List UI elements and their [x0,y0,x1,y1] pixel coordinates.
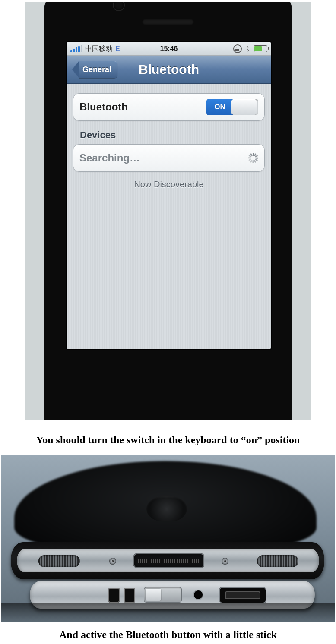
settings-content: Bluetooth ON Devices Searching… [67,84,271,350]
dock-connector [133,553,204,568]
screw-icon [109,558,116,565]
back-button-label: General [79,61,117,78]
photo-keyboard-switch [1,455,335,622]
switch-knob [231,99,257,115]
keyboard-vent [124,588,135,603]
iphone-screen: 中国移动 E 15:46 ᛒ General Bluetooth [66,41,272,350]
spinner-icon [248,153,258,163]
battery-icon [254,45,267,52]
discoverable-label: Now Discoverable [73,180,265,189]
iphone-body: 中国移动 E 15:46 ᛒ General Bluetooth [44,2,292,420]
speaker-grill-left [38,555,80,567]
navigation-bar: General Bluetooth [67,56,271,84]
bluetooth-switch[interactable]: ON [206,99,258,115]
status-bar: 中国移动 E 15:46 ᛒ [67,42,271,56]
home-button-blur [146,496,187,521]
front-camera [114,2,124,10]
searching-label: Searching… [79,152,140,164]
switch-on-label: ON [206,99,233,115]
back-arrow-icon [72,61,79,78]
keyboard-usb-port [219,587,266,603]
devices-group: Searching… [73,144,265,172]
keyboard-vent [108,588,120,603]
bluetooth-toggle-row: Bluetooth ON [73,94,264,120]
orientation-lock-icon [233,44,242,53]
speaker-grill-right [257,555,298,567]
back-button[interactable]: General [72,61,117,78]
photo-iphone-bluetooth-settings: 中国移动 E 15:46 ᛒ General Bluetooth [25,2,311,420]
caption-switch-on: You should turn the switch in the keyboa… [0,433,336,447]
earpiece-speaker [142,19,194,25]
devices-section-header: Devices [80,129,265,141]
keyboard-power-switch[interactable] [144,587,182,603]
bluetooth-toggle-group: Bluetooth ON [73,93,265,121]
caption-bluetooth-button: And active the Bluetooth button with a l… [0,628,336,641]
bluetooth-row-label: Bluetooth [79,101,128,113]
floor-shadow [1,603,335,622]
page-title: Bluetooth [139,62,199,77]
screw-icon [222,558,228,565]
searching-row: Searching… [73,145,264,171]
